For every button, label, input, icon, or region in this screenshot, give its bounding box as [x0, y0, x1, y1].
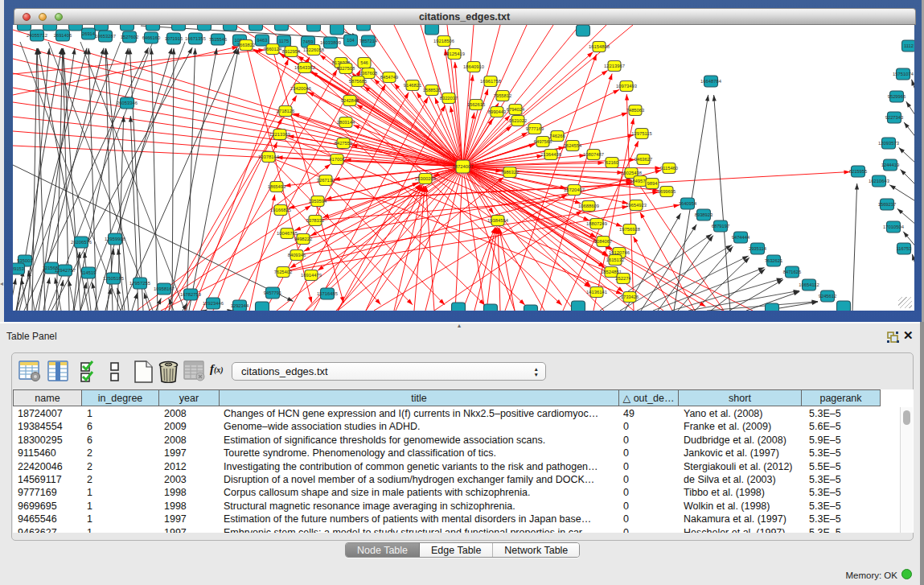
svg-text:9529966: 9529966: [888, 94, 906, 99]
svg-text:12505185: 12505185: [103, 276, 124, 281]
svg-text:9463627: 9463627: [634, 157, 653, 162]
svg-text:6794024: 6794024: [507, 107, 525, 112]
svg-text:9242848: 9242848: [341, 98, 359, 103]
svg-text:9474444: 9474444: [732, 235, 750, 240]
svg-text:12975115: 12975115: [631, 131, 651, 136]
svg-text:5378332: 5378332: [306, 218, 325, 223]
svg-text:3267130: 3267130: [317, 178, 335, 183]
svg-text:12093573: 12093573: [878, 141, 899, 146]
svg-text:16914479: 16914479: [301, 273, 322, 278]
svg-text:16782759: 16782759: [180, 292, 201, 297]
svg-text:9498222: 9498222: [294, 237, 313, 241]
svg-text:16671355: 16671355: [185, 36, 206, 41]
svg-text:1244419: 1244419: [881, 163, 900, 167]
svg-text:16154808: 16154808: [589, 44, 610, 49]
svg-text:1175: 1175: [279, 39, 289, 43]
svg-text:7625402: 7625402: [274, 270, 293, 274]
svg-text:2803144: 2803144: [337, 120, 355, 125]
svg-text:10688609: 10688609: [578, 204, 599, 208]
svg-text:2367608: 2367608: [359, 71, 378, 76]
svg-text:9457791: 9457791: [264, 290, 282, 295]
svg-text:15716485: 15716485: [317, 291, 338, 296]
svg-text:19756928: 19756928: [619, 227, 640, 232]
svg-text:6497568: 6497568: [534, 139, 552, 144]
svg-text:9463: 9463: [257, 38, 268, 43]
svg-text:8471626: 8471626: [783, 270, 802, 274]
svg-text:546: 546: [360, 60, 368, 65]
svg-text:1071915: 1071915: [165, 36, 183, 41]
svg-text:746266: 746266: [549, 134, 565, 138]
svg-text:6879197: 6879197: [712, 224, 730, 229]
svg-text:2718126: 2718126: [277, 109, 295, 113]
svg-text:6466160: 6466160: [142, 35, 161, 40]
svg-text:26053346: 26053346: [117, 101, 138, 105]
svg-text:535001: 535001: [17, 258, 32, 263]
svg-text:15751074: 15751074: [893, 72, 914, 76]
svg-text:19166825: 19166825: [270, 208, 291, 212]
svg-text:7857214: 7857214: [359, 39, 378, 43]
svg-text:8322037: 8322037: [440, 96, 458, 101]
svg-text:1112: 1112: [904, 43, 914, 48]
svg-text:1621022: 1621022: [509, 118, 528, 123]
svg-text:15720407: 15720407: [564, 187, 585, 192]
svg-text:10046765: 10046765: [277, 231, 298, 236]
svg-text:116753: 116753: [897, 246, 912, 251]
svg-text:1615132: 1615132: [606, 257, 625, 262]
svg-text:12213369: 12213369: [269, 132, 290, 137]
svg-text:20206576: 20206576: [71, 240, 92, 245]
svg-text:9245612: 9245612: [819, 294, 837, 299]
svg-text:10807487: 10807487: [583, 152, 604, 157]
svg-text:12942757: 12942757: [55, 268, 76, 273]
svg-text:16210643: 16210643: [869, 179, 889, 183]
svg-text:1588520: 1588520: [423, 88, 441, 93]
svg-text:12923446: 12923446: [203, 301, 224, 306]
svg-text:1292344: 1292344: [231, 303, 249, 308]
svg-text:19218506: 19218506: [433, 39, 454, 43]
svg-text:13226058: 13226058: [303, 47, 324, 52]
svg-text:62160: 62160: [606, 160, 618, 165]
svg-text:8938923: 8938923: [695, 212, 713, 217]
svg-text:8912954: 8912954: [282, 49, 301, 54]
svg-text:10025438: 10025438: [621, 171, 642, 175]
svg-text:7515546: 7515546: [209, 37, 228, 42]
svg-text:21364436: 21364436: [540, 152, 561, 157]
svg-text:10654112: 10654112: [799, 282, 819, 287]
svg-text:24055712: 24055712: [27, 33, 47, 38]
svg-text:1865493: 1865493: [268, 184, 286, 189]
svg-text:8409346: 8409346: [288, 253, 306, 257]
svg-text:16961758: 16961758: [480, 79, 501, 84]
svg-text:2935114: 2935114: [749, 246, 767, 251]
svg-text:1527602: 1527602: [121, 35, 139, 39]
svg-text:9227343: 9227343: [885, 115, 904, 120]
svg-text:9327508: 9327508: [337, 66, 355, 71]
svg-text:23420046: 23420046: [290, 86, 311, 91]
svg-text:10653287: 10653287: [95, 34, 116, 39]
svg-text:2691406: 2691406: [54, 33, 72, 38]
svg-text:9146821: 9146821: [404, 83, 422, 88]
svg-text:8454749: 8454749: [380, 75, 399, 80]
svg-text:417006: 417006: [329, 157, 344, 162]
svg-text:9084067: 9084067: [594, 239, 613, 244]
svg-text:16543362: 16543362: [294, 65, 315, 70]
svg-text:9894: 9894: [647, 181, 659, 186]
svg-text:9699695: 9699695: [658, 189, 676, 194]
svg-text:25300205: 25300205: [415, 176, 436, 181]
svg-text:10973493: 10973493: [616, 84, 637, 89]
svg-text:8427552: 8427552: [335, 141, 353, 146]
svg-text:1640954: 1640954: [679, 201, 697, 206]
svg-text:14136141: 14136141: [586, 290, 607, 295]
svg-text:1353594: 1353594: [309, 199, 327, 204]
svg-text:17010504: 17010504: [883, 225, 905, 229]
svg-text:8990443: 8990443: [488, 109, 507, 114]
svg-text:18640910: 18640910: [463, 64, 484, 69]
svg-text:18807249: 18807249: [586, 221, 607, 226]
svg-text:39153: 39153: [13, 266, 24, 271]
svg-text:1733426: 1733426: [621, 295, 639, 299]
svg-text:12959908: 12959908: [105, 237, 125, 241]
svg-text:9777169: 9777169: [526, 126, 544, 131]
svg-text:16033809: 16033809: [320, 40, 341, 45]
svg-text:3624554: 3624554: [564, 143, 582, 148]
svg-text:10378144: 10378144: [258, 154, 280, 159]
svg-text:7955812: 7955812: [494, 93, 512, 98]
svg-text:16648784: 16648784: [700, 79, 722, 84]
